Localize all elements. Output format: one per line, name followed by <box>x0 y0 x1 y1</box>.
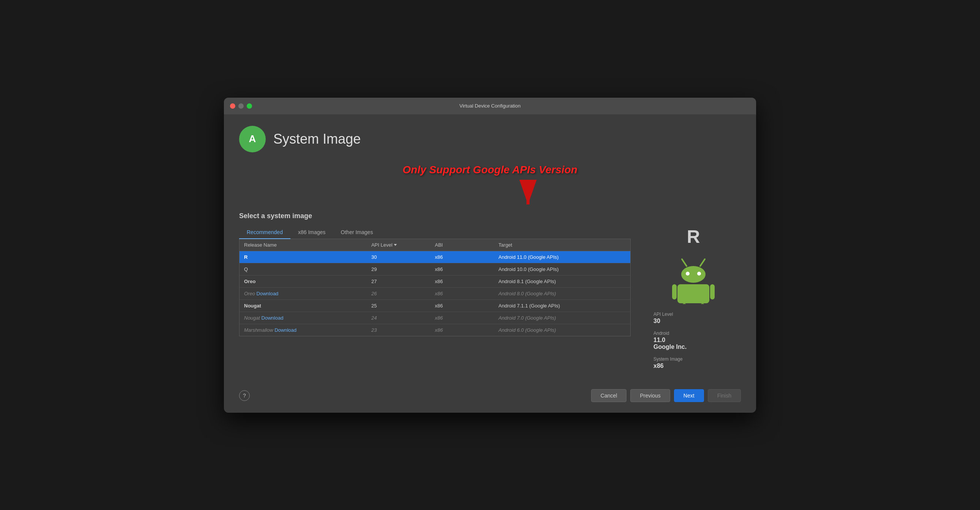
next-button[interactable]: Next <box>674 389 704 402</box>
cell-api: 27 <box>371 278 435 284</box>
tabs-container: Recommended x86 Images Other Images <box>239 226 631 239</box>
cell-release: Nougat <box>244 303 371 308</box>
col-abi: ABI <box>435 242 498 248</box>
svg-rect-13 <box>700 303 705 304</box>
cell-target: Android 10.0 (Google APIs) <box>498 266 626 272</box>
page-header: A System Image <box>239 126 741 153</box>
cell-target: Android 7.0 (Google APIs) <box>498 315 626 321</box>
cell-release: Marshmallow Download <box>244 327 371 333</box>
window-title: Virtual Device Configuration <box>460 103 521 109</box>
cell-release: R <box>244 254 371 260</box>
svg-rect-9 <box>678 284 710 303</box>
cell-api: 30 <box>371 254 435 260</box>
android-studio-logo: A <box>239 126 266 153</box>
footer: ? Cancel Previous Next Finish <box>239 383 741 405</box>
api-level-value: 30 <box>654 318 741 324</box>
system-image-table: Release Name API Level ABI Target <box>239 239 631 336</box>
cell-api: 26 <box>371 291 435 296</box>
tab-recommended[interactable]: Recommended <box>239 226 290 239</box>
table-row[interactable]: Nougat Download 24 x86 Android 7.0 (Goog… <box>240 312 630 324</box>
system-image-value: x86 <box>654 362 741 369</box>
cell-api: 29 <box>371 266 435 272</box>
help-button[interactable]: ? <box>239 390 250 401</box>
footer-left: ? <box>239 390 250 401</box>
previous-button[interactable]: Previous <box>630 389 670 402</box>
svg-line-4 <box>682 259 687 266</box>
annotation-container: Only Support Google APIs Version <box>239 164 741 176</box>
cell-abi: x86 <box>435 266 498 272</box>
table-header: Release Name API Level ABI Target <box>240 239 630 251</box>
svg-text:A: A <box>249 133 256 145</box>
cell-abi: x86 <box>435 327 498 333</box>
title-bar: Virtual Device Configuration <box>224 98 756 114</box>
detail-info: API Level 30 Android 11.0 Google Inc. Sy… <box>646 311 741 369</box>
tab-other-images[interactable]: Other Images <box>333 226 380 239</box>
footer-buttons: Cancel Previous Next Finish <box>591 389 741 402</box>
android-robot-icon <box>671 255 716 304</box>
svg-point-7 <box>686 272 690 275</box>
table-row[interactable]: Nougat 25 x86 Android 7.1.1 (Google APIs… <box>240 300 630 312</box>
tab-x86-images[interactable]: x86 Images <box>290 226 333 239</box>
android-figure <box>646 255 741 304</box>
arrow-icon <box>513 180 543 210</box>
svg-rect-6 <box>681 266 706 283</box>
table-row[interactable]: R 30 x86 Android 11.0 (Google APIs) <box>240 251 630 263</box>
detail-panel: R <box>646 226 741 375</box>
cell-abi: x86 <box>435 278 498 284</box>
cell-abi: x86 <box>435 254 498 260</box>
android-version-value: 11.0 Google Inc. <box>654 337 741 350</box>
detail-letter: R <box>646 226 741 247</box>
cell-api: 23 <box>371 327 435 333</box>
finish-button: Finish <box>708 389 741 402</box>
cell-target: Android 6.0 (Google APIs) <box>498 327 626 333</box>
svg-rect-11 <box>710 284 715 299</box>
minimize-button[interactable] <box>239 103 244 109</box>
cancel-button[interactable]: Cancel <box>591 389 627 402</box>
download-link[interactable]: Download <box>256 291 278 296</box>
table-row[interactable]: Oreo Download 26 x86 Android 8.0 (Google… <box>240 288 630 300</box>
main-layout: Recommended x86 Images Other Images Rele… <box>239 226 741 375</box>
page-title: System Image <box>273 131 361 147</box>
sort-icon <box>394 244 397 246</box>
svg-rect-12 <box>682 303 687 304</box>
system-image-label: System Image <box>654 356 741 362</box>
svg-line-5 <box>700 259 705 266</box>
cell-abi: x86 <box>435 291 498 296</box>
traffic-lights <box>230 103 252 109</box>
col-api-level[interactable]: API Level <box>371 242 435 248</box>
svg-point-8 <box>697 272 701 275</box>
cell-release: Q <box>244 266 371 272</box>
cell-target: Android 11.0 (Google APIs) <box>498 254 626 260</box>
cell-abi: x86 <box>435 303 498 308</box>
api-level-label: API Level <box>654 311 741 317</box>
cell-target: Android 7.1.1 (Google APIs) <box>498 303 626 308</box>
table-row[interactable]: Marshmallow Download 23 x86 Android 6.0 … <box>240 324 630 336</box>
cell-api: 24 <box>371 315 435 321</box>
cell-release: Nougat Download <box>244 315 371 321</box>
col-release-name: Release Name <box>244 242 371 248</box>
arrow-container <box>239 180 741 210</box>
maximize-button[interactable] <box>247 103 252 109</box>
svg-rect-10 <box>672 284 677 299</box>
cell-release: Oreo Download <box>244 291 371 296</box>
table-row[interactable]: Q 29 x86 Android 10.0 (Google APIs) <box>240 263 630 275</box>
left-panel: Recommended x86 Images Other Images Rele… <box>239 226 631 375</box>
main-window: Virtual Device Configuration A System Im… <box>224 98 756 413</box>
download-link[interactable]: Download <box>274 327 296 333</box>
close-button[interactable] <box>230 103 235 109</box>
cell-target: Android 8.0 (Google APIs) <box>498 291 626 296</box>
cell-api: 25 <box>371 303 435 308</box>
download-link[interactable]: Download <box>261 315 283 321</box>
cell-release: Oreo <box>244 278 371 284</box>
cell-target: Android 8.1 (Google APIs) <box>498 278 626 284</box>
android-label: Android <box>654 330 741 336</box>
cell-abi: x86 <box>435 315 498 321</box>
annotation-text: Only Support Google APIs Version <box>402 164 578 176</box>
col-target: Target <box>498 242 626 248</box>
section-title: Select a system image <box>239 212 741 220</box>
content-area: A System Image Only Support Google APIs … <box>224 114 756 413</box>
table-row[interactable]: Oreo 27 x86 Android 8.1 (Google APIs) <box>240 275 630 288</box>
